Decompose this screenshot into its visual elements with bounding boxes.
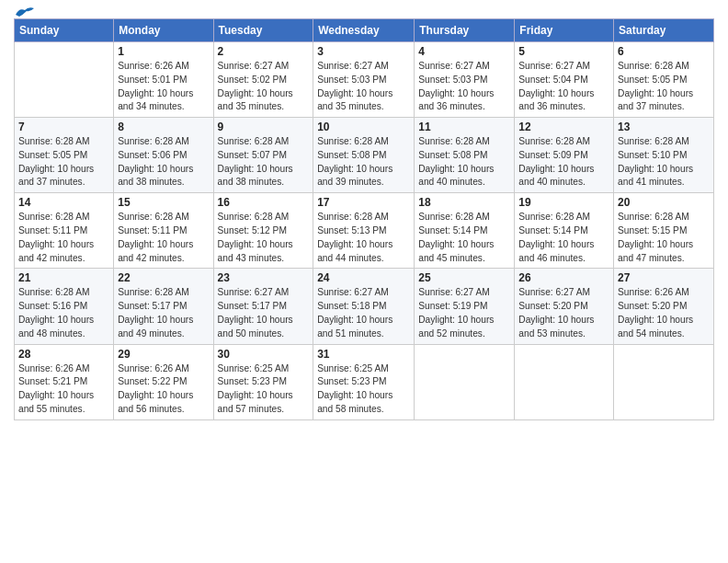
day-number: 12 (518, 121, 609, 133)
page: SundayMondayTuesdayWednesdayThursdayFrid… (0, 0, 728, 563)
day-number: 1 (118, 45, 209, 58)
calendar-cell (614, 344, 714, 419)
day-number: 18 (418, 196, 510, 209)
calendar-cell: 7Sunrise: 6:28 AM Sunset: 5:05 PM Daylig… (15, 118, 114, 193)
calendar-cell: 21Sunrise: 6:28 AM Sunset: 5:16 PM Dayli… (15, 269, 114, 344)
day-info: Sunrise: 6:25 AM Sunset: 5:23 PM Dayligh… (218, 362, 310, 417)
day-number: 24 (317, 271, 410, 284)
day-number: 14 (18, 196, 109, 209)
day-info: Sunrise: 6:27 AM Sunset: 5:03 PM Dayligh… (317, 60, 410, 114)
day-info: Sunrise: 6:27 AM Sunset: 5:19 PM Dayligh… (418, 286, 510, 340)
calendar-cell: 13Sunrise: 6:28 AM Sunset: 5:10 PM Dayli… (614, 118, 714, 193)
day-number: 25 (418, 271, 510, 284)
day-info: Sunrise: 6:26 AM Sunset: 5:22 PM Dayligh… (118, 362, 209, 417)
day-info: Sunrise: 6:28 AM Sunset: 5:17 PM Dayligh… (118, 286, 209, 340)
day-number: 29 (118, 348, 209, 361)
day-info: Sunrise: 6:28 AM Sunset: 5:16 PM Dayligh… (18, 286, 109, 340)
day-info: Sunrise: 6:26 AM Sunset: 5:21 PM Dayligh… (18, 362, 109, 417)
day-number: 19 (518, 196, 609, 209)
calendar-cell: 5Sunrise: 6:27 AM Sunset: 5:04 PM Daylig… (515, 42, 614, 118)
calendar-body: 1Sunrise: 6:26 AM Sunset: 5:01 PM Daylig… (15, 42, 714, 420)
day-number: 7 (18, 121, 109, 133)
day-number: 30 (218, 348, 310, 361)
day-number: 13 (618, 121, 710, 133)
calendar-cell: 16Sunrise: 6:28 AM Sunset: 5:12 PM Dayli… (213, 193, 313, 269)
calendar-cell: 2Sunrise: 6:27 AM Sunset: 5:02 PM Daylig… (213, 42, 313, 118)
day-info: Sunrise: 6:28 AM Sunset: 5:08 PM Dayligh… (418, 135, 510, 190)
calendar-cell (515, 344, 614, 419)
calendar-cell: 4Sunrise: 6:27 AM Sunset: 5:03 PM Daylig… (415, 42, 515, 118)
day-info: Sunrise: 6:28 AM Sunset: 5:15 PM Dayligh… (618, 211, 710, 265)
weekday-header-tuesday: Tuesday (213, 19, 313, 42)
calendar-cell: 26Sunrise: 6:27 AM Sunset: 5:20 PM Dayli… (515, 269, 614, 344)
day-info: Sunrise: 6:28 AM Sunset: 5:08 PM Dayligh… (317, 135, 410, 190)
weekday-header-thursday: Thursday (415, 19, 515, 42)
weekday-header-saturday: Saturday (614, 19, 714, 42)
calendar-cell: 1Sunrise: 6:26 AM Sunset: 5:01 PM Daylig… (114, 42, 213, 118)
weekday-header-sunday: Sunday (15, 19, 114, 42)
day-number: 16 (218, 196, 310, 209)
day-info: Sunrise: 6:28 AM Sunset: 5:14 PM Dayligh… (418, 211, 510, 265)
week-row-3: 14Sunrise: 6:28 AM Sunset: 5:11 PM Dayli… (15, 193, 714, 269)
calendar-cell: 17Sunrise: 6:28 AM Sunset: 5:13 PM Dayli… (313, 193, 415, 269)
day-info: Sunrise: 6:27 AM Sunset: 5:20 PM Dayligh… (518, 286, 609, 340)
calendar-cell: 8Sunrise: 6:28 AM Sunset: 5:06 PM Daylig… (114, 118, 213, 193)
calendar-cell: 10Sunrise: 6:28 AM Sunset: 5:08 PM Dayli… (313, 118, 415, 193)
calendar-cell: 25Sunrise: 6:27 AM Sunset: 5:19 PM Dayli… (415, 269, 515, 344)
day-info: Sunrise: 6:28 AM Sunset: 5:09 PM Dayligh… (518, 135, 609, 190)
day-info: Sunrise: 6:27 AM Sunset: 5:17 PM Dayligh… (218, 286, 310, 340)
calendar-table: SundayMondayTuesdayWednesdayThursdayFrid… (14, 18, 714, 420)
weekday-header-wednesday: Wednesday (313, 19, 415, 42)
day-info: Sunrise: 6:28 AM Sunset: 5:05 PM Dayligh… (18, 135, 109, 190)
calendar-cell: 20Sunrise: 6:28 AM Sunset: 5:15 PM Dayli… (614, 193, 714, 269)
day-number: 8 (118, 121, 209, 133)
day-number: 15 (118, 196, 209, 209)
week-row-4: 21Sunrise: 6:28 AM Sunset: 5:16 PM Dayli… (15, 269, 714, 344)
day-number: 2 (218, 45, 310, 58)
day-number: 26 (518, 271, 609, 284)
calendar-cell: 28Sunrise: 6:26 AM Sunset: 5:21 PM Dayli… (15, 344, 114, 419)
calendar-cell: 31Sunrise: 6:25 AM Sunset: 5:23 PM Dayli… (313, 344, 415, 419)
week-row-2: 7Sunrise: 6:28 AM Sunset: 5:05 PM Daylig… (15, 118, 714, 193)
weekday-header-monday: Monday (114, 19, 213, 42)
day-number: 11 (418, 121, 510, 133)
day-number: 31 (317, 348, 410, 361)
day-info: Sunrise: 6:28 AM Sunset: 5:14 PM Dayligh… (518, 211, 609, 265)
calendar-cell: 30Sunrise: 6:25 AM Sunset: 5:23 PM Dayli… (213, 344, 313, 419)
day-info: Sunrise: 6:27 AM Sunset: 5:18 PM Dayligh… (317, 286, 410, 340)
calendar-cell: 24Sunrise: 6:27 AM Sunset: 5:18 PM Dayli… (313, 269, 415, 344)
calendar-cell: 6Sunrise: 6:28 AM Sunset: 5:05 PM Daylig… (614, 42, 714, 118)
day-info: Sunrise: 6:26 AM Sunset: 5:20 PM Dayligh… (618, 286, 710, 340)
day-info: Sunrise: 6:28 AM Sunset: 5:12 PM Dayligh… (218, 211, 310, 265)
day-info: Sunrise: 6:25 AM Sunset: 5:23 PM Dayligh… (317, 362, 410, 417)
calendar-cell (15, 42, 114, 118)
day-number: 4 (418, 45, 510, 58)
calendar-cell: 22Sunrise: 6:28 AM Sunset: 5:17 PM Dayli… (114, 269, 213, 344)
calendar-cell: 27Sunrise: 6:26 AM Sunset: 5:20 PM Dayli… (614, 269, 714, 344)
day-info: Sunrise: 6:26 AM Sunset: 5:01 PM Dayligh… (118, 60, 209, 114)
calendar-cell: 19Sunrise: 6:28 AM Sunset: 5:14 PM Dayli… (515, 193, 614, 269)
day-info: Sunrise: 6:27 AM Sunset: 5:03 PM Dayligh… (418, 60, 510, 114)
day-info: Sunrise: 6:28 AM Sunset: 5:11 PM Dayligh… (18, 211, 109, 265)
day-number: 22 (118, 271, 209, 284)
day-number: 27 (618, 271, 710, 284)
calendar-cell: 15Sunrise: 6:28 AM Sunset: 5:11 PM Dayli… (114, 193, 213, 269)
day-info: Sunrise: 6:28 AM Sunset: 5:05 PM Dayligh… (618, 60, 710, 114)
calendar-cell: 9Sunrise: 6:28 AM Sunset: 5:07 PM Daylig… (213, 118, 313, 193)
day-number: 28 (18, 348, 109, 361)
day-info: Sunrise: 6:27 AM Sunset: 5:04 PM Dayligh… (518, 60, 609, 114)
day-info: Sunrise: 6:27 AM Sunset: 5:02 PM Dayligh… (218, 60, 310, 114)
calendar-header: SundayMondayTuesdayWednesdayThursdayFrid… (15, 19, 714, 42)
day-number: 23 (218, 271, 310, 284)
day-number: 20 (618, 196, 710, 209)
day-number: 21 (18, 271, 109, 284)
day-info: Sunrise: 6:28 AM Sunset: 5:13 PM Dayligh… (317, 211, 410, 265)
weekday-header-friday: Friday (515, 19, 614, 42)
calendar-cell: 3Sunrise: 6:27 AM Sunset: 5:03 PM Daylig… (313, 42, 415, 118)
day-info: Sunrise: 6:28 AM Sunset: 5:06 PM Dayligh… (118, 135, 209, 190)
calendar-cell (415, 344, 515, 419)
day-info: Sunrise: 6:28 AM Sunset: 5:10 PM Dayligh… (618, 135, 710, 190)
week-row-1: 1Sunrise: 6:26 AM Sunset: 5:01 PM Daylig… (15, 42, 714, 118)
calendar-cell: 12Sunrise: 6:28 AM Sunset: 5:09 PM Dayli… (515, 118, 614, 193)
day-info: Sunrise: 6:28 AM Sunset: 5:07 PM Dayligh… (218, 135, 310, 190)
